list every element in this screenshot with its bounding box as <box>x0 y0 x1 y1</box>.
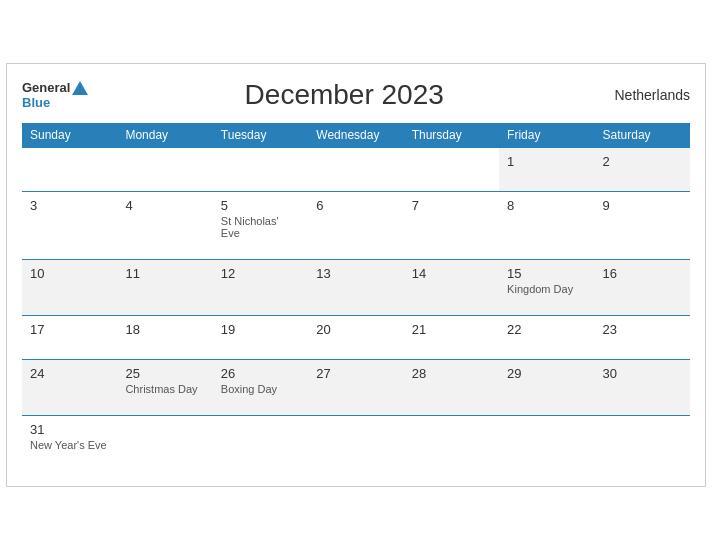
day-number: 8 <box>507 198 586 213</box>
calendar-cell: 20 <box>308 316 403 360</box>
calendar-cell: 27 <box>308 360 403 416</box>
day-number: 3 <box>30 198 109 213</box>
calendar-cell: 12 <box>213 260 308 316</box>
logo-triangle-icon <box>72 81 88 95</box>
logo: General Blue <box>22 80 88 110</box>
calendar-cell: 31New Year's Eve <box>22 416 117 472</box>
day-number: 13 <box>316 266 395 281</box>
day-event: St Nicholas' Eve <box>221 215 300 239</box>
calendar-cell <box>22 148 117 192</box>
calendar-cell: 18 <box>117 316 212 360</box>
calendar-cell: 6 <box>308 192 403 260</box>
calendar-cell <box>595 416 690 472</box>
logo-general-text: General <box>22 80 70 95</box>
day-event: Kingdom Day <box>507 283 586 295</box>
calendar-body: 12345St Nicholas' Eve6789101112131415Kin… <box>22 148 690 472</box>
day-number: 23 <box>603 322 682 337</box>
calendar-cell: 4 <box>117 192 212 260</box>
day-number: 6 <box>316 198 395 213</box>
calendar-cell: 25Christmas Day <box>117 360 212 416</box>
calendar-cell: 15Kingdom Day <box>499 260 594 316</box>
calendar-cell: 3 <box>22 192 117 260</box>
weekday-header: Friday <box>499 123 594 148</box>
day-number: 15 <box>507 266 586 281</box>
weekday-header: Thursday <box>404 123 499 148</box>
day-number: 2 <box>603 154 682 169</box>
calendar-cell: 2 <box>595 148 690 192</box>
calendar-cell: 9 <box>595 192 690 260</box>
calendar-cell: 17 <box>22 316 117 360</box>
calendar-cell: 28 <box>404 360 499 416</box>
calendar-cell <box>117 148 212 192</box>
day-number: 28 <box>412 366 491 381</box>
day-number: 30 <box>603 366 682 381</box>
calendar-cell <box>499 416 594 472</box>
day-number: 24 <box>30 366 109 381</box>
day-number: 26 <box>221 366 300 381</box>
calendar-cell: 11 <box>117 260 212 316</box>
calendar-cell: 23 <box>595 316 690 360</box>
calendar-cell: 16 <box>595 260 690 316</box>
calendar-cell: 22 <box>499 316 594 360</box>
day-event: Christmas Day <box>125 383 204 395</box>
calendar-cell: 10 <box>22 260 117 316</box>
calendar-cell: 19 <box>213 316 308 360</box>
day-number: 16 <box>603 266 682 281</box>
day-number: 31 <box>30 422 109 437</box>
calendar-cell: 26Boxing Day <box>213 360 308 416</box>
calendar-cell <box>213 148 308 192</box>
day-number: 4 <box>125 198 204 213</box>
calendar-table: SundayMondayTuesdayWednesdayThursdayFrid… <box>22 123 690 471</box>
weekday-header: Tuesday <box>213 123 308 148</box>
calendar-cell: 1 <box>499 148 594 192</box>
day-number: 11 <box>125 266 204 281</box>
weekday-header: Saturday <box>595 123 690 148</box>
calendar-container: General Blue December 2023 Netherlands S… <box>6 63 706 487</box>
calendar-cell: 13 <box>308 260 403 316</box>
day-number: 10 <box>30 266 109 281</box>
country-label: Netherlands <box>600 87 690 103</box>
day-event: New Year's Eve <box>30 439 109 451</box>
calendar-cell: 14 <box>404 260 499 316</box>
calendar-cell <box>404 416 499 472</box>
day-number: 25 <box>125 366 204 381</box>
day-number: 17 <box>30 322 109 337</box>
calendar-cell: 30 <box>595 360 690 416</box>
weekday-header: Monday <box>117 123 212 148</box>
calendar-week-row: 101112131415Kingdom Day16 <box>22 260 690 316</box>
day-number: 20 <box>316 322 395 337</box>
day-event: Boxing Day <box>221 383 300 395</box>
calendar-cell <box>308 416 403 472</box>
day-number: 27 <box>316 366 395 381</box>
calendar-cell: 8 <box>499 192 594 260</box>
calendar-cell: 5St Nicholas' Eve <box>213 192 308 260</box>
calendar-header-row: SundayMondayTuesdayWednesdayThursdayFrid… <box>22 123 690 148</box>
day-number: 18 <box>125 322 204 337</box>
day-number: 9 <box>603 198 682 213</box>
calendar-week-row: 17181920212223 <box>22 316 690 360</box>
calendar-cell <box>308 148 403 192</box>
day-number: 22 <box>507 322 586 337</box>
weekday-header: Wednesday <box>308 123 403 148</box>
day-number: 29 <box>507 366 586 381</box>
calendar-cell: 24 <box>22 360 117 416</box>
calendar-cell <box>117 416 212 472</box>
day-number: 14 <box>412 266 491 281</box>
day-number: 19 <box>221 322 300 337</box>
weekday-header: Sunday <box>22 123 117 148</box>
day-number: 21 <box>412 322 491 337</box>
calendar-cell: 7 <box>404 192 499 260</box>
calendar-week-row: 2425Christmas Day26Boxing Day27282930 <box>22 360 690 416</box>
calendar-week-row: 345St Nicholas' Eve6789 <box>22 192 690 260</box>
calendar-cell: 21 <box>404 316 499 360</box>
calendar-cell <box>404 148 499 192</box>
calendar-title: December 2023 <box>88 79 600 111</box>
logo-blue-text: Blue <box>22 95 50 110</box>
calendar-header: General Blue December 2023 Netherlands <box>22 79 690 111</box>
calendar-week-row: 31New Year's Eve <box>22 416 690 472</box>
day-number: 1 <box>507 154 586 169</box>
day-number: 12 <box>221 266 300 281</box>
calendar-cell: 29 <box>499 360 594 416</box>
day-number: 5 <box>221 198 300 213</box>
day-number: 7 <box>412 198 491 213</box>
